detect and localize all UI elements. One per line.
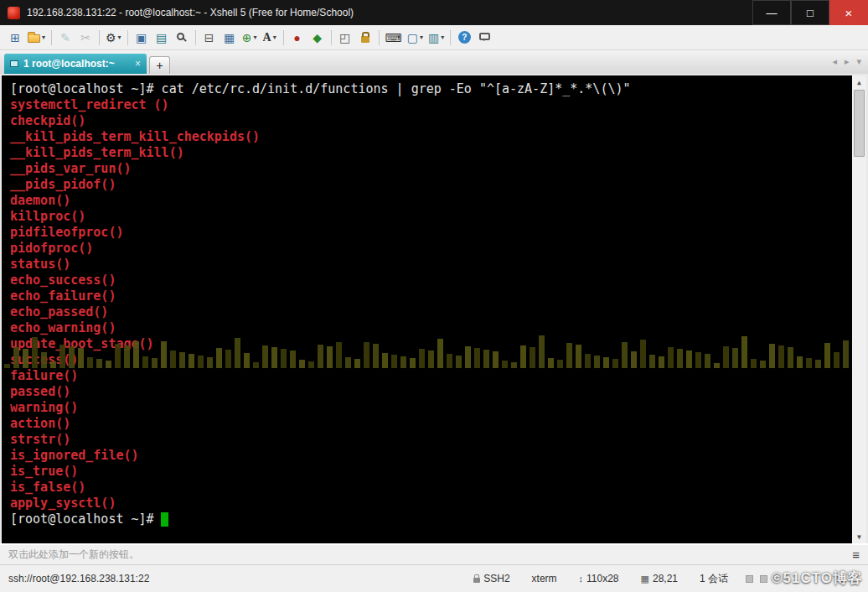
terminal-function-line: pidofproc() xyxy=(10,241,852,257)
session-count-indicator: 1 会话 xyxy=(700,572,728,586)
tab-menu-icon[interactable]: ▾ xyxy=(854,56,864,67)
toolbar-separator xyxy=(450,30,451,45)
xshell-logo-icon xyxy=(8,7,20,19)
window-controls: — □ × xyxy=(752,0,868,25)
web-sphere-icon: ● xyxy=(293,32,300,44)
terminal-function-line: is_ignored_file() xyxy=(10,448,852,464)
status-bar: ssh://root@192.168.238.131:22 SSH2 xterm… xyxy=(0,565,868,592)
terminal-command-line: [root@localhost ~]# cat /etc/rc.d/init.d… xyxy=(10,81,852,97)
button-bar-hint[interactable]: 双击此处添加一个新的按钮。 xyxy=(8,548,139,562)
terminal-function-line: checkpid() xyxy=(10,113,852,129)
new-tab-button[interactable]: + xyxy=(149,56,170,74)
protocol-label: SSH2 xyxy=(483,573,509,584)
close-button[interactable]: × xyxy=(829,0,868,25)
status-extra-icon-1 xyxy=(746,575,753,583)
tab-label: 1 root@localhost:~ xyxy=(23,58,130,70)
terminal-function-line: status() xyxy=(10,257,852,273)
tab-bar: 1 root@localhost:~ × + ◂ ▸ ▾ xyxy=(0,50,868,74)
toolbar: ⊞ ✎ ✂ ⚙ ▣ ▤ ⊟ ▦ ⊕ A ● ◆ ◰ ⌨ ▢ ▥ ? xyxy=(0,25,868,50)
terminal-function-line: __pids_var_run() xyxy=(10,161,852,177)
open-session-button[interactable] xyxy=(25,28,48,48)
compose-button[interactable]: ✎ xyxy=(55,28,75,48)
terminal-function-line: warning() xyxy=(10,400,852,416)
arrow-up-icon: ▲ xyxy=(857,79,861,86)
terminal-function-line: __kill_pids_term_kill() xyxy=(10,145,852,161)
terminal-cursor xyxy=(161,512,168,527)
tile-windows-button[interactable]: ▥ xyxy=(426,28,447,48)
tile-icon: ▥ xyxy=(428,32,439,44)
terminal-function-line: passed() xyxy=(10,384,852,400)
terminal-function-line: action() xyxy=(10,416,852,432)
terminal-scrollbar[interactable]: ▲ ▼ xyxy=(852,75,866,543)
terminal-function-line: update_boot_stage() xyxy=(10,336,852,352)
maximize-button[interactable]: □ xyxy=(791,0,829,25)
fullscreen-button[interactable]: ◰ xyxy=(335,28,355,48)
terminal-function-line: apply_sysctl() xyxy=(10,496,852,512)
grid-icon: ▦ xyxy=(641,574,649,584)
tab-scroll-right-icon[interactable]: ▸ xyxy=(842,56,852,67)
terminal-function-line: is_true() xyxy=(10,464,852,480)
terminal-area: [root@localhost ~]# cat /etc/rc.d/init.d… xyxy=(0,74,868,543)
cursor-position-indicator: ▦ 28,21 xyxy=(641,573,678,584)
terminal-prompt: [root@localhost ~]# xyxy=(10,512,154,527)
printer-icon: ⊟ xyxy=(204,32,214,44)
clear-button[interactable]: ✂ xyxy=(75,28,96,48)
print-button[interactable]: ⊟ xyxy=(199,28,220,48)
new-window-icon: ▢ xyxy=(407,32,418,44)
session-tab[interactable]: 1 root@localhost:~ × xyxy=(4,54,147,74)
encoding-button[interactable]: ⊕ xyxy=(240,28,260,48)
button-bar-menu-icon[interactable]: ≡ xyxy=(852,548,860,562)
scroll-down-button[interactable]: ▼ xyxy=(852,530,866,543)
lock-button[interactable] xyxy=(355,28,375,48)
fullscreen-icon: ◰ xyxy=(339,32,350,44)
terminal-function-line: killproc() xyxy=(10,209,852,225)
new-window-button[interactable]: ▢ xyxy=(405,28,426,48)
terminal-screen[interactable]: [root@localhost ~]# cat /etc/rc.d/init.d… xyxy=(2,75,852,543)
find-button[interactable] xyxy=(172,28,192,48)
terminal-function-line: strstr() xyxy=(10,432,852,448)
scroll-up-button[interactable]: ▲ xyxy=(852,75,866,89)
paste-icon: ▤ xyxy=(156,32,167,44)
keypad-icon: ⌨ xyxy=(385,32,402,44)
new-session-button[interactable]: ⊞ xyxy=(5,28,25,48)
scrollbar-thumb[interactable] xyxy=(854,90,865,157)
toolbar-separator xyxy=(127,30,128,45)
feedback-button[interactable] xyxy=(474,28,494,48)
arrange-button[interactable]: ▦ xyxy=(220,28,240,48)
help-button[interactable]: ? xyxy=(454,28,474,48)
keypad-button[interactable]: ⌨ xyxy=(383,28,405,48)
connection-string: ssh://root@192.168.238.131:22 xyxy=(8,573,462,584)
secure-lock-icon xyxy=(473,578,480,583)
duplicate-icon: ▣ xyxy=(136,32,147,44)
protocol-indicator: SSH2 xyxy=(473,573,509,584)
lock-icon xyxy=(361,36,369,43)
open-url-button[interactable]: ● xyxy=(287,28,307,48)
tab-close-icon[interactable]: × xyxy=(135,58,141,70)
arrange-icon: ▦ xyxy=(224,32,235,44)
font-button[interactable]: A xyxy=(260,28,280,48)
minimize-button[interactable]: — xyxy=(752,0,791,25)
file-transfer-button[interactable]: ◆ xyxy=(307,28,328,48)
toolbar-separator xyxy=(331,30,332,45)
terminal-function-line: success() xyxy=(10,352,852,368)
transfer-icon: ◆ xyxy=(313,32,322,44)
toolbar-separator xyxy=(283,30,284,45)
paste-button[interactable]: ▤ xyxy=(152,28,172,48)
terminal-function-list: systemctl_redirect () checkpid() __kill_… xyxy=(10,97,852,512)
terminal-type-label: xterm xyxy=(532,573,557,584)
terminal-tab-icon xyxy=(10,60,18,67)
search-icon xyxy=(177,33,184,40)
title-bar: 192.168.238.131:22 - root@localhost:~ - … xyxy=(0,0,868,25)
terminal-function-line: daemon() xyxy=(10,193,852,209)
minimize-icon: — xyxy=(767,7,778,19)
quick-button-bar[interactable]: 双击此处添加一个新的按钮。 ≡ xyxy=(0,543,868,565)
arrow-down-icon: ▼ xyxy=(857,533,861,541)
properties-button[interactable]: ⚙ xyxy=(103,28,124,48)
terminal-function-line: is_false() xyxy=(10,480,852,496)
toolbar-separator xyxy=(99,30,100,45)
maximize-icon: □ xyxy=(807,7,814,19)
toolbar-separator xyxy=(379,30,380,45)
font-icon: A xyxy=(263,32,271,44)
duplicate-button[interactable]: ▣ xyxy=(132,28,152,48)
tab-scroll-left-icon[interactable]: ◂ xyxy=(829,56,840,67)
